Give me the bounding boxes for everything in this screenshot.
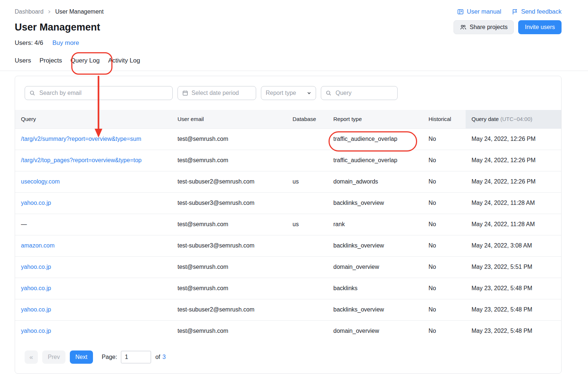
- header-actions: Share projects Invite users: [453, 20, 562, 34]
- topbar: Dashboard User Management User manual Se…: [0, 0, 588, 15]
- search-icon: [326, 90, 331, 96]
- cell-user-email: test@semrush.com: [172, 320, 287, 342]
- page-title: User Management: [15, 21, 100, 33]
- cell-query: yahoo.co.jp: [15, 320, 172, 342]
- table-row: — test@semrush.com us rank No May 24, 20…: [15, 214, 561, 235]
- send-feedback-label: Send feedback: [521, 8, 562, 15]
- cell-historical: No: [423, 171, 466, 192]
- col-query[interactable]: Query: [15, 110, 172, 128]
- search-icon: [29, 90, 35, 96]
- date-period-select[interactable]: Select date period: [178, 86, 256, 100]
- query-link[interactable]: /targ/v2/summary?report=overview&type=su…: [21, 136, 141, 142]
- table-row: yahoo.co.jp test-subuser3@semrush.com ba…: [15, 192, 561, 214]
- user-manual-link[interactable]: User manual: [457, 8, 501, 15]
- cell-query-date: May 24, 2022, 12:26 PM: [466, 128, 561, 150]
- cell-query-date: May 24, 2022, 11:28 AM: [466, 192, 561, 214]
- table-row: /targ/v2/summary?report=overview&type=su…: [15, 128, 561, 150]
- query-link[interactable]: yahoo.co.jp: [21, 200, 51, 206]
- cell-report-type: backlinks_overview: [327, 235, 423, 256]
- total-pages-link[interactable]: 3: [162, 354, 166, 360]
- breadcrumb-current: User Management: [55, 8, 104, 15]
- tab-label: Projects: [39, 57, 62, 64]
- tab-query-log[interactable]: Query Log: [71, 57, 100, 71]
- cell-database: [287, 192, 327, 214]
- cell-historical: No: [423, 150, 466, 171]
- tabs-divider: [0, 71, 588, 71]
- tab-label: Users: [15, 57, 31, 64]
- cell-user-email: test-subuser3@semrush.com: [172, 192, 287, 214]
- tab-projects[interactable]: Projects: [39, 57, 62, 71]
- col-database[interactable]: Database: [287, 110, 327, 128]
- cell-query: usecology.com: [15, 171, 172, 192]
- table-row: yahoo.co.jp test-subuser2@semrush.com ba…: [15, 299, 561, 320]
- query-link[interactable]: yahoo.co.jp: [21, 264, 51, 270]
- query-link[interactable]: yahoo.co.jp: [21, 285, 51, 291]
- pagination-first-button[interactable]: «: [25, 350, 38, 364]
- page-label: Page:: [102, 354, 117, 360]
- share-projects-button[interactable]: Share projects: [453, 20, 514, 34]
- cell-user-email: test-subuser3@semrush.com: [172, 235, 287, 256]
- cell-query-date: May 24, 2022, 12:26 PM: [466, 150, 561, 171]
- cell-query-date: May 24, 2022, 11:28 AM: [466, 214, 561, 235]
- share-projects-label: Share projects: [470, 24, 508, 31]
- col-query-date-label: Query date: [472, 116, 499, 122]
- query-link[interactable]: amazon.com: [21, 242, 55, 249]
- table-row: yahoo.co.jp test@semrush.com backlinks N…: [15, 278, 561, 299]
- query-search-input[interactable]: [321, 86, 398, 100]
- cell-query: /targ/v2/summary?report=overview&type=su…: [15, 128, 172, 150]
- col-report-type[interactable]: Report type: [327, 110, 423, 128]
- pagination-prev-button[interactable]: Prev: [42, 350, 65, 364]
- header-row: User Management Share projects Invite us…: [0, 20, 588, 34]
- cell-report-type: domain_adwords: [327, 171, 423, 192]
- cell-query-date: May 24, 2022, 12:26 PM: [466, 171, 561, 192]
- tab-users[interactable]: Users: [15, 57, 31, 71]
- send-feedback-link[interactable]: Send feedback: [512, 8, 562, 15]
- page-number-input[interactable]: [121, 351, 151, 363]
- users-count: Users: 4/6: [15, 39, 43, 47]
- query-search-field[interactable]: [335, 89, 393, 97]
- table-row: yahoo.co.jp test@semrush.com domain_over…: [15, 256, 561, 278]
- cell-historical: No: [423, 278, 466, 299]
- col-historical[interactable]: Historical: [423, 110, 466, 128]
- cell-query: yahoo.co.jp: [15, 256, 172, 278]
- send-feedback-icon: [512, 8, 518, 15]
- invite-users-button[interactable]: Invite users: [518, 20, 562, 34]
- buy-more-link[interactable]: Buy more: [52, 39, 79, 47]
- tab-activity-log[interactable]: Activity Log: [108, 57, 140, 71]
- cell-database: [287, 256, 327, 278]
- query-link[interactable]: yahoo.co.jp: [21, 328, 51, 334]
- query-log-table-body: /targ/v2/summary?report=overview&type=su…: [15, 128, 561, 342]
- cell-query: yahoo.co.jp: [15, 278, 172, 299]
- cell-database: [287, 299, 327, 320]
- cell-report-type: traffic_audience_overlap: [327, 150, 423, 171]
- cell-query-date: May 24, 2022, 3:08 AM: [466, 235, 561, 256]
- breadcrumb: Dashboard User Management: [15, 8, 104, 15]
- search-by-email-field[interactable]: [39, 89, 168, 97]
- query-link[interactable]: usecology.com: [21, 178, 60, 185]
- cell-query-date: May 23, 2022, 5:51 PM: [466, 256, 561, 278]
- query-link[interactable]: /targ/v2/top_pages?report=overview&type=…: [21, 157, 141, 163]
- col-user-email[interactable]: User email: [172, 110, 287, 128]
- breadcrumb-dashboard[interactable]: Dashboard: [15, 8, 43, 15]
- cell-query-date: May 23, 2022, 5:48 PM: [466, 299, 561, 320]
- cell-user-email: test-subuser2@semrush.com: [172, 171, 287, 192]
- tabs: UsersProjectsQuery LogActivity Log: [0, 57, 588, 71]
- pagination: « Prev Next Page: of 3: [15, 342, 561, 373]
- cell-report-type: backlinks_overview: [327, 192, 423, 214]
- col-query-date[interactable]: Query date (UTC−04:00): [466, 110, 561, 128]
- cell-historical: No: [423, 128, 466, 150]
- cell-database: us: [287, 214, 327, 235]
- breadcrumb-chevron-icon: [47, 10, 51, 14]
- tab-label: Query Log: [71, 57, 100, 64]
- search-by-email-input[interactable]: [25, 86, 173, 100]
- cell-historical: No: [423, 299, 466, 320]
- report-type-dropdown[interactable]: Report type: [261, 86, 316, 100]
- cell-report-type: backlinks: [327, 278, 423, 299]
- cell-historical: No: [423, 320, 466, 342]
- user-manual-icon: [457, 8, 464, 15]
- pagination-next-button[interactable]: Next: [70, 350, 93, 364]
- cell-user-email: test@semrush.com: [172, 150, 287, 171]
- query-log-table: Query User email Database Report type Hi…: [15, 110, 561, 342]
- cell-report-type: domain_overview: [327, 256, 423, 278]
- query-link[interactable]: yahoo.co.jp: [21, 306, 51, 313]
